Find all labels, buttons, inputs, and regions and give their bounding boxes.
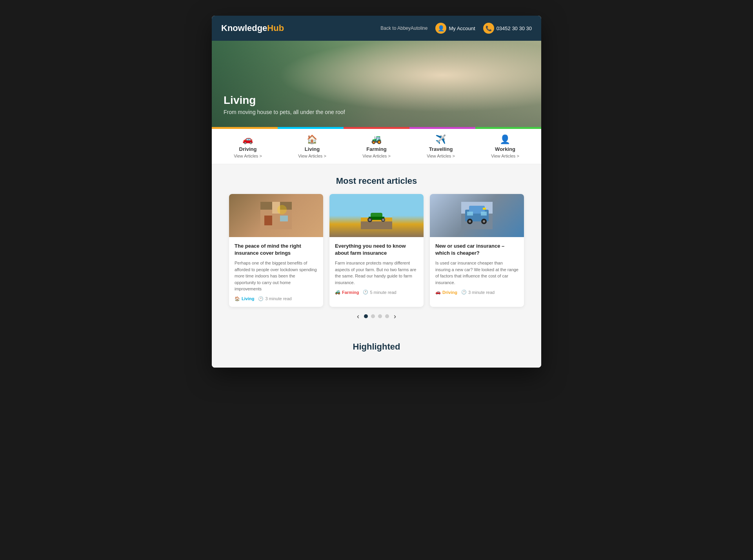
svg-point-23 — [469, 220, 471, 223]
working-icon: 👤 — [500, 134, 510, 145]
living-icon: 🏠 — [307, 134, 317, 145]
clock-icon-farming: 🕐 — [363, 290, 368, 295]
article-card-driving[interactable]: New or used car insurance – which is che… — [430, 194, 524, 307]
farming-read-time: 🕐 5 minute read — [363, 290, 396, 295]
clock-icon-driving: 🕐 — [461, 290, 467, 295]
card-title-driving: New or used car insurance – which is che… — [435, 243, 518, 257]
living-read-time-label: 3 minute read — [265, 296, 291, 301]
card-content-living: The peace of mind the right insurance co… — [229, 237, 323, 307]
card-meta-farming: 🚜 Farming 🕐 5 minute read — [335, 290, 418, 295]
carousel-dot-1[interactable] — [364, 314, 368, 318]
account-label: My Account — [449, 25, 475, 31]
card-badge-living: 🏠 Living — [235, 296, 254, 301]
svg-rect-2 — [264, 216, 272, 225]
my-account-button[interactable]: 👤 My Account — [435, 23, 475, 34]
hero-section: Living From moving house to pets, all un… — [212, 41, 541, 127]
color-bar — [212, 127, 541, 129]
driving-link: View Articles > — [234, 154, 262, 158]
color-bar-travelling — [409, 127, 475, 129]
travelling-icon: ✈️ — [435, 134, 446, 145]
card-image-living — [229, 194, 323, 237]
header-right: Back to AbbeyAutoline 👤 My Account 📞 034… — [380, 23, 532, 34]
svg-point-14 — [382, 219, 384, 221]
farming-badge-icon: 🚜 — [335, 290, 340, 295]
card-meta-living: 🏠 Living 🕐 3 minute read — [235, 296, 318, 301]
carousel-next[interactable]: › — [392, 312, 398, 321]
living-link: View Articles > — [298, 154, 326, 158]
card-desc-living: Perhaps one of the biggest benefits of a… — [235, 260, 318, 292]
card-desc-driving: Is used car insurance cheaper than insur… — [435, 260, 518, 286]
working-label: Working — [495, 146, 515, 152]
farming-link: View Articles > — [362, 154, 391, 158]
svg-rect-3 — [280, 216, 288, 221]
card-content-driving: New or used car insurance – which is che… — [430, 237, 524, 300]
svg-rect-25 — [483, 208, 486, 210]
travelling-label: Travelling — [429, 146, 453, 152]
carousel-dot-4[interactable] — [385, 314, 389, 318]
phone-icon: 📞 — [483, 23, 494, 34]
farming-read-time-label: 5 minute read — [370, 290, 396, 295]
svg-point-13 — [369, 219, 371, 221]
logo-knowledge: Knowledge — [221, 23, 267, 33]
logo-hub: Hub — [267, 23, 284, 33]
driving-badge-label: Driving — [442, 290, 457, 295]
card-meta-driving: 🚗 Driving 🕐 3 minute read — [435, 290, 518, 295]
living-badge-label: Living — [242, 296, 254, 301]
article-card-farming[interactable]: Everything you need to know about farm i… — [329, 194, 424, 307]
article-card-living[interactable]: The peace of mind the right insurance co… — [229, 194, 323, 307]
card-content-farming: Everything you need to know about farm i… — [329, 237, 424, 300]
card-desc-farming: Farm insurance protects many different a… — [335, 260, 418, 286]
color-bar-living — [278, 127, 344, 129]
card-title-living: The peace of mind the right insurance co… — [235, 243, 318, 257]
svg-point-5 — [277, 205, 287, 214]
working-link: View Articles > — [491, 154, 519, 158]
category-driving[interactable]: 🚗 Driving View Articles > — [234, 134, 262, 158]
highlighted-section: Highlighted — [212, 334, 541, 368]
browser-window: KnowledgeHub Back to AbbeyAutoline 👤 My … — [212, 16, 541, 368]
articles-section: Most recent articles The peace of mind t… — [212, 164, 541, 334]
svg-rect-8 — [361, 221, 392, 229]
phone-number: 03452 30 30 30 — [497, 25, 532, 31]
carousel-prev[interactable]: ‹ — [355, 312, 361, 321]
svg-rect-20 — [481, 212, 487, 216]
cards-row: The peace of mind the right insurance co… — [218, 194, 535, 307]
most-recent-title: Most recent articles — [218, 164, 535, 194]
category-working[interactable]: 👤 Working View Articles > — [491, 134, 519, 158]
category-travelling[interactable]: ✈️ Travelling View Articles > — [427, 134, 455, 158]
farming-icon: 🚜 — [371, 134, 382, 145]
driving-read-time-label: 3 minute read — [468, 290, 495, 295]
hero-title: Living — [224, 94, 345, 107]
driving-label: Driving — [239, 146, 257, 152]
clock-icon-living: 🕐 — [258, 296, 264, 301]
hero-subtitle: From moving house to pets, all under the… — [224, 109, 345, 115]
driving-badge-icon: 🚗 — [435, 290, 441, 295]
category-nav: 🚗 Driving View Articles > 🏠 Living View … — [212, 129, 541, 164]
card-badge-driving: 🚗 Driving — [435, 290, 457, 295]
living-label: Living — [305, 146, 320, 152]
carousel-dot-2[interactable] — [371, 314, 375, 318]
highlighted-title: Highlighted — [212, 342, 541, 356]
driving-read-time: 🕐 3 minute read — [461, 290, 495, 295]
color-bar-farming — [344, 127, 409, 129]
living-badge-icon: 🏠 — [235, 296, 240, 301]
card-badge-farming: 🚜 Farming — [335, 290, 359, 295]
driving-icon: 🚗 — [242, 134, 253, 145]
phone-button[interactable]: 📞 03452 30 30 30 — [483, 23, 532, 34]
living-read-time: 🕐 3 minute read — [258, 296, 291, 301]
carousel-controls: ‹ › — [218, 307, 535, 326]
carousel-dot-3[interactable] — [378, 314, 382, 318]
color-bar-working — [475, 127, 541, 129]
farming-badge-label: Farming — [342, 290, 359, 295]
hero-overlay: Living From moving house to pets, all un… — [224, 94, 345, 115]
category-farming[interactable]: 🚜 Farming View Articles > — [362, 134, 391, 158]
travelling-link: View Articles > — [427, 154, 455, 158]
category-living[interactable]: 🏠 Living View Articles > — [298, 134, 326, 158]
card-image-driving — [430, 194, 524, 237]
svg-point-24 — [483, 220, 485, 223]
card-title-farming: Everything you need to know about farm i… — [335, 243, 418, 257]
logo[interactable]: KnowledgeHub — [221, 23, 284, 33]
card-image-farming — [329, 194, 424, 237]
farming-label: Farming — [366, 146, 386, 152]
account-icon: 👤 — [435, 23, 446, 34]
back-to-abbeyautoline-link[interactable]: Back to AbbeyAutoline — [380, 25, 427, 31]
